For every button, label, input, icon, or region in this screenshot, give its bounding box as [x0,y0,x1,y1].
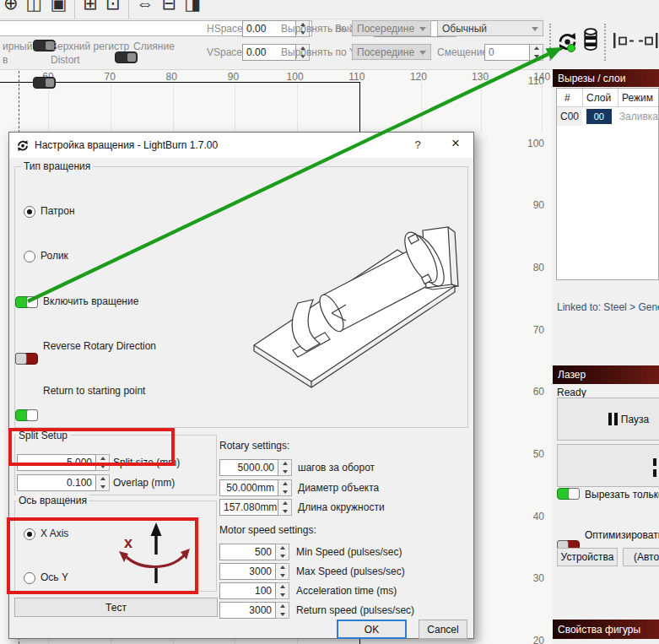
cylinder-tool-button[interactable] [583,28,598,51]
start-button[interactable] [557,444,659,487]
start-button-clipped-glyph [653,458,656,466]
chuck-rotary-illustration [244,202,462,425]
clamp2-tool-icon[interactable]: ▣ [50,0,67,12]
object-diameter-value[interactable]: 50.000mm [219,479,278,496]
ruler-right-label: 40 [533,510,544,522]
diameter-spin-buttons[interactable] [278,479,292,496]
overlap-spin-buttons[interactable] [96,474,110,491]
return-start-toggle[interactable] [15,409,38,421]
linked-material-label[interactable]: Linked to: Steel > Genera [557,301,659,313]
top-toolbar: ⊕ ◫ ▣ ⊞ ⊡ ⇔ ⊟ ◨ Высота 25.00 HSpace 0.00… [0,0,659,70]
measure-tool-icon[interactable]: ⊟ [162,0,177,12]
min-speed-spinner[interactable]: 500 [219,544,289,560]
steps-spin-buttons[interactable] [278,459,292,476]
object-diameter-spinner[interactable]: 50.000mm [219,479,292,496]
weld-mode-combobox[interactable]: Обычный [437,20,543,36]
test-button[interactable]: Тест [14,598,218,617]
split-setup-highlight-box [8,428,175,466]
cut-selected-toggle[interactable] [557,488,580,500]
distribute-right-button[interactable] [638,32,659,49]
help-button[interactable]: ? [409,138,426,151]
return-speed-spinner[interactable]: 3000 [219,602,289,619]
pause-button[interactable]: Пауза [557,398,659,441]
rotary-type-group-label: Тип вращения [21,160,93,172]
reverse-rotary-toggle[interactable] [15,353,38,365]
steps-per-rotation-value[interactable]: 5000.00 [219,459,278,476]
return-speed-value[interactable]: 3000 [219,602,276,619]
chuck-radio[interactable] [24,206,35,218]
distribute-left-button[interactable] [613,32,635,49]
clamp-tool-icon[interactable]: ◫ [26,0,43,12]
align-x-combobox[interactable]: Посередине [352,20,431,36]
offset-value[interactable]: 0 [484,44,530,61]
bold-label: ирный [3,41,32,52]
laser-status: Ready [557,387,586,398]
circumference-value[interactable]: 157.080mm [219,499,278,516]
ruler-top-label: 100 [287,71,304,83]
snap-tool-icon[interactable]: ⊡ [105,0,121,12]
dialog-titlebar[interactable]: Настройка вращения - LightBurn 1.7.00 ? … [9,133,473,158]
ruler-top-label: 90 [228,71,239,83]
layer-row[interactable]: C00 00 Заливка [557,107,658,126]
ruler-right-label: 60 [533,386,544,398]
target-tool-icon[interactable]: ⊕ [3,0,19,12]
array-tool-icon[interactable]: ◨ [184,0,201,12]
enable-rotary-label: Включить вращение [43,295,138,307]
close-button[interactable]: × [446,135,465,152]
acceleration-value[interactable]: 100 [219,582,276,599]
grid-tool-icon[interactable]: ⊞ [83,0,98,12]
acceleration-label: Acceleration time (ms) [296,585,397,597]
axis-selection-highlight-box [7,517,198,594]
roller-radio-label[interactable]: Ролик [41,250,68,262]
chuck-radio-label[interactable]: Патрон [41,205,75,217]
steps-per-rotation-label: шагов за оборот [298,462,375,474]
auto-port-button[interactable]: (Авто) [623,548,659,566]
layer-color-cell[interactable]: 00 [586,109,612,124]
overlap-value[interactable]: 0.100 [17,474,96,491]
ruler-top-label: 130 [472,71,489,83]
distribute-tool-icon[interactable]: ⇔ [137,0,154,12]
offset-spinner[interactable]: 0 [484,44,543,61]
start-button-clipped-glyph [653,469,656,477]
rotary-icon [16,138,30,152]
cancel-button[interactable]: Cancel [419,620,467,639]
acceleration-spin-buttons[interactable] [276,582,289,599]
layer-row-mode[interactable]: Заливка [616,111,658,122]
shape-panel-header[interactable]: Свойства фигуры [553,620,659,639]
ok-button[interactable]: OK [337,620,407,639]
devices-button[interactable]: Устройства [557,548,618,566]
devices-label: Устройства [561,551,614,563]
test-button-label: Тест [105,602,127,614]
optimize-path-label: Оптимизировать тр [585,529,659,541]
max-speed-value[interactable]: 3000 [219,563,276,580]
overlap-label: Overlap (mm) [113,477,175,489]
circumference-spinner[interactable]: 157.080mm [219,499,292,516]
motor-settings-label: Motor speed settings: [219,524,316,536]
layer-col-number: # [557,89,583,106]
ruler-top-label: 110 [348,71,365,83]
roller-radio[interactable] [24,251,35,262]
min-speed-label: Min Speed (pulses/sec) [296,546,402,558]
laser-panel-header[interactable]: Лазер [553,365,659,384]
ruler-right-label: 90 [533,199,544,211]
distort-toggle[interactable] [33,77,56,89]
layer-list[interactable]: # Слой Режим C00 00 Заливка [556,88,659,280]
acceleration-spinner[interactable]: 100 [219,582,289,599]
return-speed-spin-buttons[interactable] [276,602,289,619]
return-start-label: Return to starting point [43,385,145,397]
overlap-spinner[interactable]: 0.100 [17,474,110,491]
min-speed-spin-buttons[interactable] [276,544,289,560]
offset-spin-buttons[interactable] [530,44,543,61]
align-y-combobox[interactable]: Посередине [352,44,431,60]
max-speed-spin-buttons[interactable] [276,563,289,580]
enable-rotary-toggle[interactable] [15,296,38,308]
min-speed-value[interactable]: 500 [219,544,276,560]
max-speed-spinner[interactable]: 3000 [219,563,289,580]
steps-per-rotation-spinner[interactable]: 5000.00 [219,459,292,476]
vspace-label: VSpace [207,46,242,58]
return-speed-label: Return speed (pulses/sec) [296,604,414,616]
cuts-panel-header[interactable]: Вырезы / слои [553,69,659,87]
uppercase-toggle[interactable] [115,51,138,63]
circumference-spin-buttons[interactable] [278,499,292,516]
ruler-right-label: 30 [533,572,544,584]
